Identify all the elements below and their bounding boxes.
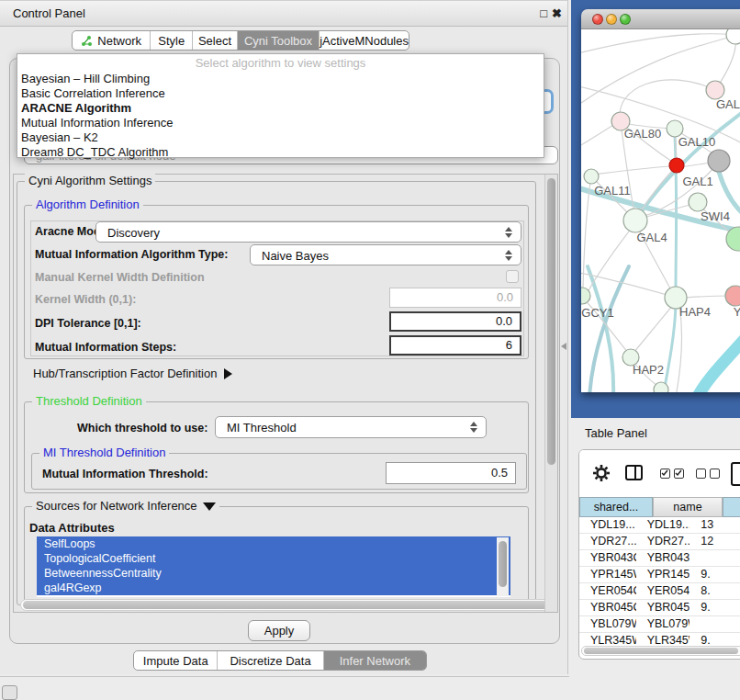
network-edge[interactable] [696,338,740,392]
table-column-header[interactable]: A [723,497,740,517]
tab-label: Style [158,34,185,48]
network-edge[interactable] [593,166,673,175]
table-row[interactable]: YDR27...YDR27...12 [579,534,740,550]
settings-vertical-scrollbar[interactable] [544,175,557,612]
close-window-icon[interactable]: ✖ [552,6,562,20]
tab-jactivemnodules[interactable]: jActiveMNodules [320,31,409,50]
algorithm-dropdown-placeholder: Select algorithm to view settings [17,54,544,72]
network-view-canvas[interactable]: GALGAL80GAL10GAL1GAL11SWI4GAL4GCY1HAP4YH… [581,29,740,392]
dropdown-item[interactable]: ARACNE Algorithm [17,101,544,116]
mi-threshold-field[interactable]: 0.5 [386,462,516,484]
attribute-list-item[interactable]: TopologicalCoefficient [37,551,510,566]
table-row[interactable]: YBL079WYBL079W [579,616,740,633]
minimize-traffic-light-icon[interactable] [606,14,617,25]
network-edge[interactable] [581,124,615,149]
table-row[interactable]: YBR043CYBR043C [579,550,740,567]
tab-impute-data[interactable]: Impute Data [134,651,218,670]
hub-definition-toggle[interactable]: Hub/Transcription Factor Definition [33,367,232,380]
network-node[interactable] [669,158,684,173]
network-window-titlebar[interactable] [581,9,740,29]
manual-kernel-width-checkbox[interactable] [506,270,519,283]
mi-steps-field[interactable]: 6 [389,335,521,356]
tab-style[interactable]: Style [151,31,193,50]
table-horizontal-scrollbar[interactable] [581,646,740,656]
tab-network[interactable]: Network [73,31,151,50]
dropdown-item[interactable]: Mutual Information Inference [17,116,544,130]
table-cell: YBR043C [579,550,636,566]
network-edge[interactable] [633,305,673,353]
table-cell: 8. [690,583,740,599]
unchecked-box-icon[interactable] [696,469,706,479]
network-edge[interactable] [581,34,735,55]
table-cell: YPR145W [636,567,690,582]
network-node[interactable] [654,382,668,392]
checked-box-icon[interactable] [660,469,670,479]
tab-cyni-toolbox[interactable]: Cyni Toolbox [238,31,320,50]
attribute-list-item[interactable]: BetweennessCentrality [37,566,510,581]
splitter-collapse-icon[interactable] [561,343,566,350]
close-traffic-light-icon[interactable] [592,14,603,25]
mi-steps-label: Mutual Information Steps: [35,341,176,354]
columns-icon[interactable] [625,465,643,480]
kernel-width-field[interactable]: 0.0 [389,288,521,308]
attribute-list-item[interactable]: gal4RGexp [37,581,510,595]
data-attributes-label: Data Attributes [29,521,115,535]
data-attributes-list[interactable]: SelfLoopsTopologicalCoefficientBetweenne… [37,536,510,597]
table-column-header[interactable]: shared... [579,497,653,517]
table-row[interactable]: YER054CYER054C8. [579,583,740,600]
network-window[interactable]: GALGAL80GAL10GAL1GAL11SWI4GAL4GCY1HAP4YH… [581,9,740,392]
table-row[interactable]: YBR045CYBR045C9. [579,600,740,616]
network-edge[interactable] [663,305,676,392]
dropdown-item[interactable]: Dream8 DC_TDC Algorithm [17,145,544,160]
gear-icon[interactable] [592,464,611,482]
unchecked-box-icon[interactable] [710,469,720,479]
table-column-header[interactable]: name [653,497,723,517]
mi-algorithm-type-combobox[interactable]: Naive Bayes [250,244,521,265]
network-node[interactable] [725,286,740,306]
checked-box-icon[interactable] [674,469,684,479]
network-node[interactable] [708,150,730,172]
network-node[interactable] [726,29,740,44]
settings-horizontal-scrollbar[interactable] [20,599,551,611]
which-threshold-combobox[interactable]: MI Threshold [215,416,487,438]
attribute-list-item[interactable]: SelfLoops [37,536,510,551]
network-node[interactable] [706,81,724,99]
tab-infer-network[interactable]: Infer Network [324,651,426,670]
network-edge[interactable] [682,296,729,298]
tab-discretize-data[interactable]: Discretize Data [218,651,323,670]
tab-label: Discretize Data [230,654,310,668]
dpi-tolerance-label: DPI Tolerance [0,1]: [35,317,141,330]
network-node[interactable] [584,169,599,184]
table-toolbar [579,450,740,496]
dropdown-item[interactable]: Bayesian – K2 [17,130,544,145]
float-window-icon[interactable]: □ [540,6,547,20]
algorithm-dropdown-popup: Select algorithm to view settings Bayesi… [17,53,544,158]
dropdown-item[interactable]: Bayesian – Hill Climbing [17,72,544,86]
table-function-icon[interactable] [731,462,740,486]
control-panel-titlebar[interactable]: Control Panel □ ✖ [0,1,567,27]
aracne-mode-combobox[interactable]: Discovery [95,221,521,243]
dropdown-item[interactable]: Basic Correlation Inference [17,86,544,101]
tab-select[interactable]: Select [193,31,238,50]
apply-button[interactable]: Apply [248,620,310,641]
table-body: YDL19...YDL19...13YDR27...YDR27...12YBR0… [579,517,740,646]
network-node[interactable] [689,193,707,211]
table-cell: 9. [690,567,740,582]
tab-label: jActiveMNodules [320,34,409,48]
network-node[interactable] [623,209,647,232]
table-row[interactable]: YDL19...YDL19...13 [579,517,740,534]
attr-list-scrollbar[interactable] [497,537,509,596]
table-row[interactable]: YLR345WYLR345W9. [579,633,740,646]
network-edge[interactable] [620,80,715,120]
zoom-traffic-light-icon[interactable] [620,14,631,25]
table-row[interactable]: YPR145WYPR145W9. [579,567,740,583]
collapsed-panel-button[interactable] [2,685,17,700]
kernel-width-label: Kernel Width (0,1): [35,293,136,306]
table-cell: 12 [690,534,740,549]
table-cell: YBL079W [636,616,690,632]
sources-title[interactable]: Sources for Network Inference [32,499,219,513]
mi-threshold-definition-title: MI Threshold Definition [39,446,169,459]
table-cell: 13 [690,517,740,533]
aracne-mode-value: Discovery [107,225,160,239]
dpi-tolerance-field[interactable]: 0.0 [389,311,521,332]
